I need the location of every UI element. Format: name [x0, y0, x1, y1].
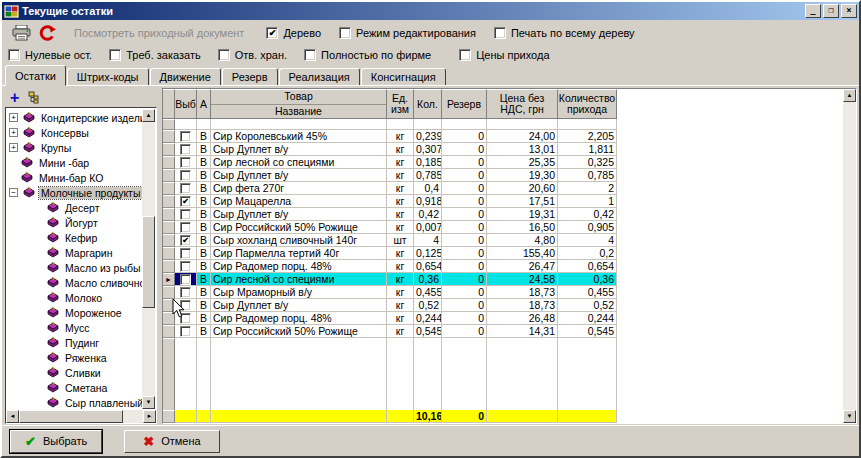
row-checkbox[interactable]: ✔ — [180, 235, 191, 246]
tab-2[interactable]: Движение — [150, 68, 221, 86]
close-button[interactable]: × — [841, 4, 857, 18]
tab-4[interactable]: Реализация — [279, 68, 360, 86]
product-name-cell[interactable]: Сир лесной со специями — [211, 273, 387, 286]
select-cell[interactable] — [175, 143, 197, 156]
row-checkbox[interactable] — [180, 170, 191, 181]
tree-vscroll-thumb[interactable] — [142, 216, 155, 308]
tree-item[interactable]: Десерт — [8, 200, 142, 215]
row-checkbox[interactable]: ✔ — [180, 196, 191, 207]
tree-item[interactable]: Масло сливочное — [8, 275, 142, 290]
table-row[interactable]: ВСир Радомер порц. 48%кг0,654026,470,654 — [163, 260, 618, 273]
product-name-cell[interactable]: Сир фета 270г — [211, 182, 387, 195]
product-name-cell[interactable]: Сир Российский 50% Рожище — [211, 221, 387, 234]
tab-0[interactable]: Остатки — [5, 65, 66, 86]
maximize-button[interactable]: ❐ — [823, 4, 839, 18]
checkbox-box[interactable] — [459, 49, 471, 61]
tree-expander-icon[interactable]: + — [9, 143, 18, 152]
tree-expander-icon[interactable]: + — [9, 128, 18, 137]
row-checkbox[interactable] — [180, 300, 191, 311]
tree-expander-icon[interactable]: − — [9, 188, 18, 197]
select-cell[interactable] — [175, 312, 197, 325]
select-cell[interactable] — [175, 299, 197, 312]
tree-item[interactable]: +Консервы — [8, 125, 142, 140]
table-row[interactable]: ВСыр Дуплет в/укг0,307013,011,811 — [163, 143, 618, 156]
tree-item[interactable]: −Молочные продукты — [8, 185, 142, 200]
filter-checkbox-1[interactable]: Треб. заказать — [109, 49, 201, 61]
row-checkbox[interactable] — [180, 287, 191, 298]
tree-item[interactable]: Мороженое — [8, 305, 142, 320]
header-product[interactable]: Товар Название — [211, 89, 387, 119]
row-checkbox[interactable] — [180, 274, 191, 285]
row-checkbox[interactable] — [180, 157, 191, 168]
filter-checkbox-3[interactable]: Полностью по фирме — [304, 49, 431, 61]
checkbox-box[interactable] — [339, 27, 351, 39]
select-cell[interactable]: ✔ — [175, 234, 197, 247]
scroll-left-icon[interactable]: ◄ — [6, 410, 19, 423]
product-name-cell[interactable]: Сир Пармелла тертий 40г — [211, 247, 387, 260]
toolbar-checkbox-2[interactable]: Печать по всему дереву — [494, 27, 635, 39]
tree-item[interactable]: Кефир — [8, 230, 142, 245]
table-row[interactable]: ►ВСир лесной со специямикг0,36024,580,36 — [163, 273, 618, 286]
row-checkbox[interactable] — [180, 261, 191, 272]
tab-1[interactable]: Штрих-коды — [67, 68, 149, 86]
filter-checkbox-0[interactable]: Нулевые ост. — [8, 49, 92, 61]
tab-3[interactable]: Резерв — [222, 68, 278, 86]
tree-item[interactable]: Сыр плавленый — [8, 395, 142, 410]
minimize-button[interactable]: _ — [805, 4, 821, 18]
checkbox-box[interactable] — [8, 49, 20, 61]
tree-view-icon[interactable] — [28, 91, 42, 104]
tree-item[interactable]: +Кондитерские издели — [8, 110, 142, 125]
product-name-cell[interactable]: Сыр хохланд сливочный 140г — [211, 234, 387, 247]
checkbox-box[interactable] — [494, 27, 506, 39]
row-checkbox[interactable] — [180, 183, 191, 194]
tree-item[interactable]: Сметана — [8, 380, 142, 395]
product-name-cell[interactable]: Сыр Дуплет в/у — [211, 299, 387, 312]
tree-hscroll-thumb[interactable] — [19, 410, 123, 423]
table-row[interactable]: ✔ВСир Мацареллакг0,918017,511 — [163, 195, 618, 208]
header-select[interactable]: Выб — [175, 89, 197, 119]
checkbox-box[interactable] — [109, 49, 121, 61]
grid-vertical-scrollbar[interactable]: ▲ ▼ — [843, 89, 856, 423]
print-button[interactable] — [8, 22, 34, 44]
table-row[interactable]: ВСыр Мраморный в/укг0,455018,730,455 — [163, 286, 618, 299]
tree-horizontal-scrollbar[interactable]: ◄ ► — [6, 410, 156, 423]
select-cell[interactable] — [175, 130, 197, 143]
tree-item[interactable]: Йогурт — [8, 215, 142, 230]
scroll-right-icon[interactable]: ► — [143, 410, 156, 423]
select-cell[interactable]: ✔ — [175, 195, 197, 208]
row-checkbox[interactable] — [180, 326, 191, 337]
tree-item[interactable]: Сливки — [8, 365, 142, 380]
tree-item[interactable]: +Крупы — [8, 140, 142, 155]
tree-item[interactable]: Мусс — [8, 320, 142, 335]
select-cell[interactable] — [175, 182, 197, 195]
tree-item[interactable]: Масло из рыбы и — [8, 260, 142, 275]
cancel-button[interactable]: ✖ Отмена — [124, 430, 219, 453]
select-cell[interactable] — [175, 221, 197, 234]
product-name-cell[interactable]: Сир Мацарелла — [211, 195, 387, 208]
tree-vertical-scrollbar[interactable]: ▲ ▼ — [142, 109, 155, 409]
filter-checkbox-4[interactable]: Цены прихода — [459, 49, 549, 61]
scroll-up-icon[interactable]: ▲ — [843, 89, 856, 102]
toolbar-checkbox-0[interactable]: ✔Дерево — [266, 27, 321, 39]
toolbar-checkbox-1[interactable]: Режим редактирования — [339, 27, 476, 39]
select-cell[interactable] — [175, 247, 197, 260]
table-row[interactable]: ВСир Российский 50% Рожищекг0,545014,310… — [163, 325, 618, 338]
scroll-up-icon[interactable]: ▲ — [142, 109, 155, 122]
tree-item[interactable]: Молоко — [8, 290, 142, 305]
tree-item[interactable]: Пудинг — [8, 335, 142, 350]
tree-expander-icon[interactable]: + — [9, 113, 18, 122]
product-name-cell[interactable]: Сир Королевський 45% — [211, 130, 387, 143]
select-cell[interactable] — [175, 260, 197, 273]
product-name-cell[interactable]: Сир Радомер порц. 48% — [211, 312, 387, 325]
product-name-cell[interactable]: Сир Российский 50% Рожище — [211, 325, 387, 338]
checkbox-box[interactable] — [218, 49, 230, 61]
table-row[interactable]: ВСир Пармелла тертий 40гкг0,1250155,400,… — [163, 247, 618, 260]
select-button[interactable]: ✔ Выбрать — [10, 430, 102, 453]
table-row[interactable]: ВСыр Дуплет в/укг0,785019,300,785 — [163, 169, 618, 182]
scroll-down-icon[interactable]: ▼ — [843, 410, 856, 423]
select-cell[interactable] — [175, 325, 197, 338]
header-reserve[interactable]: Резерв — [442, 89, 487, 119]
row-checkbox[interactable] — [180, 248, 191, 259]
tree-item[interactable]: Мини -бар — [8, 155, 142, 170]
table-row[interactable]: ВСыр Дуплет в/укг0,42019,310,42 — [163, 208, 618, 221]
